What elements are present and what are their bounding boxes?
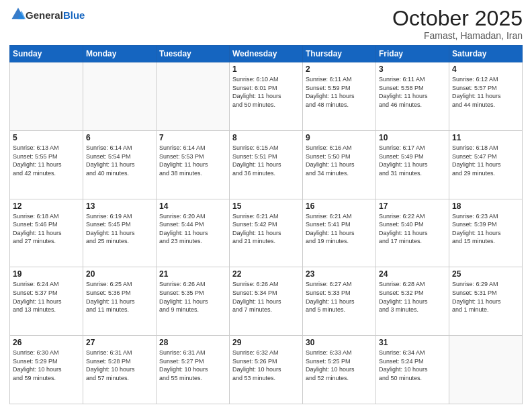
day-number: 12 xyxy=(13,201,80,211)
day-cell-22: 22Sunrise: 6:26 AM Sunset: 5:34 PM Dayli… xyxy=(230,267,303,336)
empty-cell xyxy=(10,62,83,131)
day-info: Sunrise: 6:18 AM Sunset: 5:47 PM Dayligh… xyxy=(452,144,519,177)
day-number: 31 xyxy=(379,338,446,347)
day-info: Sunrise: 6:29 AM Sunset: 5:31 PM Dayligh… xyxy=(452,280,519,314)
day-number: 21 xyxy=(159,269,226,279)
day-cell-7: 7Sunrise: 6:14 AM Sunset: 5:53 PM Daylig… xyxy=(157,130,230,199)
page: GeneralBlue October 2025 Famast, Hamadan… xyxy=(0,0,532,411)
day-info: Sunrise: 6:10 AM Sunset: 6:01 PM Dayligh… xyxy=(232,75,300,109)
week-row-1: 1Sunrise: 6:10 AM Sunset: 6:01 PM Daylig… xyxy=(10,62,523,131)
day-number: 9 xyxy=(306,133,373,142)
day-info: Sunrise: 6:26 AM Sunset: 5:34 PM Dayligh… xyxy=(232,280,300,314)
day-cell-30: 30Sunrise: 6:33 AM Sunset: 5:25 PM Dayli… xyxy=(303,336,376,404)
day-info: Sunrise: 6:14 AM Sunset: 5:53 PM Dayligh… xyxy=(159,144,226,177)
day-number: 30 xyxy=(306,338,373,347)
weekday-header-friday: Friday xyxy=(376,46,449,62)
day-number: 8 xyxy=(232,133,300,142)
logo: GeneralBlue xyxy=(9,7,85,24)
weekday-header-row: SundayMondayTuesdayWednesdayThursdayFrid… xyxy=(10,46,523,62)
day-cell-10: 10Sunrise: 6:17 AM Sunset: 5:49 PM Dayli… xyxy=(376,130,449,199)
day-cell-17: 17Sunrise: 6:22 AM Sunset: 5:40 PM Dayli… xyxy=(376,199,449,267)
day-cell-5: 5Sunrise: 6:13 AM Sunset: 5:55 PM Daylig… xyxy=(10,130,83,199)
title-area: October 2025 Famast, Hamadan, Iran xyxy=(392,7,523,41)
day-number: 18 xyxy=(452,201,519,211)
day-info: Sunrise: 6:11 AM Sunset: 5:58 PM Dayligh… xyxy=(379,75,446,109)
day-cell-8: 8Sunrise: 6:15 AM Sunset: 5:51 PM Daylig… xyxy=(230,130,303,199)
empty-cell xyxy=(83,62,157,131)
day-info: Sunrise: 6:22 AM Sunset: 5:40 PM Dayligh… xyxy=(379,212,446,246)
day-number: 5 xyxy=(13,133,80,142)
day-number: 10 xyxy=(379,133,446,142)
day-info: Sunrise: 6:13 AM Sunset: 5:55 PM Dayligh… xyxy=(13,144,80,177)
weekday-header-monday: Monday xyxy=(83,46,157,62)
day-number: 16 xyxy=(306,201,373,211)
day-number: 11 xyxy=(452,133,519,142)
empty-cell xyxy=(157,62,230,131)
logo-general: General xyxy=(26,9,63,21)
day-info: Sunrise: 6:11 AM Sunset: 5:59 PM Dayligh… xyxy=(306,75,373,109)
calendar: SundayMondayTuesdayWednesdayThursdayFrid… xyxy=(9,45,523,404)
weekday-header-sunday: Sunday xyxy=(10,46,83,62)
logo-text: GeneralBlue xyxy=(26,10,85,21)
day-number: 14 xyxy=(159,201,226,211)
day-cell-11: 11Sunrise: 6:18 AM Sunset: 5:47 PM Dayli… xyxy=(449,130,523,199)
day-info: Sunrise: 6:15 AM Sunset: 5:51 PM Dayligh… xyxy=(232,144,300,177)
day-number: 23 xyxy=(306,269,373,279)
day-cell-20: 20Sunrise: 6:25 AM Sunset: 5:36 PM Dayli… xyxy=(83,267,157,336)
day-info: Sunrise: 6:31 AM Sunset: 5:28 PM Dayligh… xyxy=(86,349,153,382)
day-number: 19 xyxy=(13,269,80,279)
location: Famast, Hamadan, Iran xyxy=(392,30,523,41)
day-cell-9: 9Sunrise: 6:16 AM Sunset: 5:50 PM Daylig… xyxy=(303,130,376,199)
day-info: Sunrise: 6:23 AM Sunset: 5:39 PM Dayligh… xyxy=(452,212,519,246)
day-number: 26 xyxy=(13,338,80,347)
day-number: 7 xyxy=(159,133,226,142)
day-cell-31: 31Sunrise: 6:34 AM Sunset: 5:24 PM Dayli… xyxy=(376,336,449,404)
day-number: 1 xyxy=(232,64,300,74)
day-number: 28 xyxy=(159,338,226,347)
day-info: Sunrise: 6:18 AM Sunset: 5:46 PM Dayligh… xyxy=(13,212,80,246)
day-cell-16: 16Sunrise: 6:21 AM Sunset: 5:41 PM Dayli… xyxy=(303,199,376,267)
day-number: 13 xyxy=(86,201,153,211)
day-cell-13: 13Sunrise: 6:19 AM Sunset: 5:45 PM Dayli… xyxy=(83,199,157,267)
day-info: Sunrise: 6:31 AM Sunset: 5:27 PM Dayligh… xyxy=(159,349,226,382)
day-cell-12: 12Sunrise: 6:18 AM Sunset: 5:46 PM Dayli… xyxy=(10,199,83,267)
weekday-header-tuesday: Tuesday xyxy=(157,46,230,62)
day-info: Sunrise: 6:17 AM Sunset: 5:49 PM Dayligh… xyxy=(379,144,446,177)
week-row-2: 5Sunrise: 6:13 AM Sunset: 5:55 PM Daylig… xyxy=(10,130,523,199)
day-cell-26: 26Sunrise: 6:30 AM Sunset: 5:29 PM Dayli… xyxy=(10,336,83,404)
day-cell-3: 3Sunrise: 6:11 AM Sunset: 5:58 PM Daylig… xyxy=(376,62,449,131)
day-info: Sunrise: 6:27 AM Sunset: 5:33 PM Dayligh… xyxy=(306,280,373,314)
day-info: Sunrise: 6:26 AM Sunset: 5:35 PM Dayligh… xyxy=(159,280,226,314)
day-number: 24 xyxy=(379,269,446,279)
day-number: 17 xyxy=(379,201,446,211)
day-info: Sunrise: 6:25 AM Sunset: 5:36 PM Dayligh… xyxy=(86,280,153,314)
month-title: October 2025 xyxy=(392,7,523,30)
day-number: 25 xyxy=(452,269,519,279)
day-number: 29 xyxy=(232,338,300,347)
day-number: 20 xyxy=(86,269,153,279)
logo-blue: Blue xyxy=(63,9,85,21)
day-info: Sunrise: 6:32 AM Sunset: 5:26 PM Dayligh… xyxy=(232,349,300,382)
day-number: 2 xyxy=(306,64,373,74)
day-cell-23: 23Sunrise: 6:27 AM Sunset: 5:33 PM Dayli… xyxy=(303,267,376,336)
logo-icon xyxy=(11,7,26,21)
day-info: Sunrise: 6:24 AM Sunset: 5:37 PM Dayligh… xyxy=(13,280,80,314)
day-cell-15: 15Sunrise: 6:21 AM Sunset: 5:42 PM Dayli… xyxy=(230,199,303,267)
weekday-header-thursday: Thursday xyxy=(303,46,376,62)
day-cell-21: 21Sunrise: 6:26 AM Sunset: 5:35 PM Dayli… xyxy=(157,267,230,336)
header: GeneralBlue October 2025 Famast, Hamadan… xyxy=(9,7,523,41)
day-info: Sunrise: 6:21 AM Sunset: 5:42 PM Dayligh… xyxy=(232,212,300,246)
day-number: 6 xyxy=(86,133,153,142)
day-cell-18: 18Sunrise: 6:23 AM Sunset: 5:39 PM Dayli… xyxy=(449,199,523,267)
day-cell-14: 14Sunrise: 6:20 AM Sunset: 5:44 PM Dayli… xyxy=(157,199,230,267)
day-info: Sunrise: 6:30 AM Sunset: 5:29 PM Dayligh… xyxy=(13,349,80,382)
day-number: 3 xyxy=(379,64,446,74)
day-info: Sunrise: 6:34 AM Sunset: 5:24 PM Dayligh… xyxy=(379,349,446,382)
day-info: Sunrise: 6:12 AM Sunset: 5:57 PM Dayligh… xyxy=(452,75,519,109)
day-info: Sunrise: 6:20 AM Sunset: 5:44 PM Dayligh… xyxy=(159,212,226,246)
day-cell-29: 29Sunrise: 6:32 AM Sunset: 5:26 PM Dayli… xyxy=(230,336,303,404)
weekday-header-wednesday: Wednesday xyxy=(230,46,303,62)
empty-cell xyxy=(449,336,523,404)
day-cell-19: 19Sunrise: 6:24 AM Sunset: 5:37 PM Dayli… xyxy=(10,267,83,336)
day-info: Sunrise: 6:21 AM Sunset: 5:41 PM Dayligh… xyxy=(306,212,373,246)
